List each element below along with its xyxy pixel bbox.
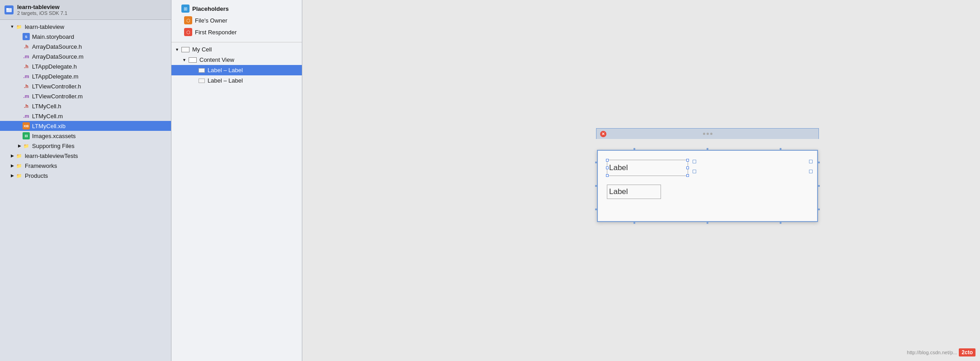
label-2-text: Label (609, 187, 628, 196)
handle-tr[interactable] (686, 159, 689, 162)
handle-bottom (598, 222, 817, 224)
tree-label-ltviewcontroller-m: LTViewController.m (32, 93, 83, 100)
files-owner-icon: ⬡ (184, 16, 192, 24)
arrow-label-2 (192, 77, 199, 84)
project-name: learn-tableview (17, 4, 67, 10)
tree-label-root: learn-tableview (25, 23, 64, 30)
mid-handle-2[interactable] (693, 170, 696, 173)
dot-1 (703, 133, 705, 135)
tree-item-arraydatasource-h[interactable]: .h ArrayDataSource.h (0, 42, 171, 51)
arrow-content-view: ▼ (182, 58, 189, 62)
file-navigator: learn-tableview 2 targets, iOS SDK 7.1 ▼… (0, 0, 171, 361)
handle-br[interactable] (686, 174, 689, 177)
h-icon-3: .h (23, 83, 30, 90)
handle-left (595, 151, 597, 221)
arrow-my-cell: ▼ (175, 47, 181, 52)
center-handles (693, 160, 696, 173)
handle-tl[interactable] (606, 159, 609, 162)
tree-item-products[interactable]: ▶ 📁 Products (0, 171, 171, 180)
tree-label-ltappdelegate-h: LTAppDelegate.h (32, 63, 77, 70)
ib-label-1[interactable]: Label – Label (171, 65, 302, 75)
cell-wrapper: ✕ (597, 139, 818, 222)
handle-right (818, 151, 820, 221)
arrow-storyboard (16, 33, 23, 40)
handle-mr[interactable] (686, 167, 689, 169)
ib-files-owner[interactable]: ⬡ File's Owner (171, 14, 302, 26)
placeholders-icon: ⊞ (181, 5, 190, 13)
tree-label-arraydatasource-m: ArrayDataSource.m (32, 53, 83, 60)
right-edge-handles (809, 160, 813, 173)
project-icon (5, 5, 14, 14)
cell-container: Label Label (597, 150, 818, 222)
arrow-root: ▼ (9, 23, 15, 30)
m-icon-3: .m (23, 93, 30, 100)
tree-item-images-xcassets[interactable]: 🖼 Images.xcassets (0, 131, 171, 141)
ib-tree-panel: ⊞ Placeholders ⬡ File's Owner ⬡ First Re… (171, 0, 302, 361)
folder-icon-3: 📁 (15, 152, 23, 159)
tree-item-root[interactable]: ▼ 📁 learn-tableview (0, 22, 171, 32)
ib-my-cell[interactable]: ▼ My Cell (171, 44, 302, 55)
m-icon-1: .m (23, 53, 30, 60)
close-button[interactable]: ✕ (600, 131, 606, 137)
titlebar-dots (703, 133, 712, 135)
tree-label-frameworks: Frameworks (25, 162, 57, 169)
arrow-spacer (175, 5, 181, 12)
label-1-text: Label (609, 163, 628, 172)
tree-item-tests[interactable]: ▶ 📁 learn-tableviewTests (0, 151, 171, 161)
tree-item-ltviewcontroller-h[interactable]: .h LTViewController.h (0, 81, 171, 91)
storyboard-icon: S (23, 33, 30, 40)
tree-item-supporting-files[interactable]: ▶ 📁 Supporting Files (0, 141, 171, 151)
tree-label-ltviewcontroller-h: LTViewController.h (32, 83, 81, 90)
ib-label-2[interactable]: Label – Label (171, 75, 302, 86)
watermark: http://blog.csdn.net/p... 2cto (907, 348, 975, 356)
dot-3 (710, 133, 712, 135)
cell-icon (181, 47, 190, 52)
ib-my-cell-label: My Cell (192, 46, 212, 53)
label-icon-1 (199, 68, 205, 73)
tree-label-arraydatasource-h: ArrayDataSource.h (32, 43, 82, 50)
xib-icon: XIB (23, 122, 30, 130)
ib-label-1-label: Label – Label (208, 67, 243, 74)
ib-first-responder[interactable]: ⬡ First Responder (171, 26, 302, 38)
tree-item-main-storyboard[interactable]: S Main.storyboard (0, 32, 171, 42)
handle-ml[interactable] (606, 167, 609, 169)
folder-icon: 📁 (15, 23, 23, 30)
tree-item-ltmycell-h[interactable]: .h LTMyCell.h (0, 101, 171, 111)
project-info: learn-tableview 2 targets, iOS SDK 7.1 (17, 4, 67, 16)
label-icon-2 (199, 79, 205, 83)
tree-item-ltmycell-xib[interactable]: XIB LTMyCell.xib (0, 121, 171, 131)
file-tree: ▼ 📁 learn-tableview S Main.storyboard .h… (0, 20, 171, 361)
h-icon-2: .h (23, 63, 30, 70)
folder-icon-5: 📁 (15, 172, 23, 179)
ib-label-2-label: Label – Label (208, 77, 243, 84)
tree-label-products: Products (25, 172, 48, 179)
right-handle-2[interactable] (809, 170, 813, 173)
tree-item-ltappdelegate-h[interactable]: .h LTAppDelegate.h (0, 61, 171, 71)
ib-tree: ⊞ Placeholders ⬡ File's Owner ⬡ First Re… (171, 0, 302, 88)
h-icon-4: .h (23, 102, 30, 110)
mid-handle-1[interactable] (693, 160, 696, 163)
ib-content-view[interactable]: ▼ Content View (171, 55, 302, 65)
project-header[interactable]: learn-tableview 2 targets, iOS SDK 7.1 (0, 0, 171, 20)
tree-label-storyboard: Main.storyboard (32, 33, 74, 40)
ib-files-owner-label: File's Owner (195, 17, 227, 24)
divider (171, 40, 302, 42)
right-handle-1[interactable] (809, 160, 813, 163)
tree-item-ltviewcontroller-m[interactable]: .m LTViewController.m (0, 91, 171, 101)
tree-label-ltmycell-m: LTMyCell.m (32, 113, 63, 120)
tree-label-supporting-files: Supporting Files (32, 143, 74, 149)
tree-item-frameworks[interactable]: ▶ 📁 Frameworks (0, 161, 171, 171)
tree-item-arraydatasource-m[interactable]: .m ArrayDataSource.m (0, 51, 171, 61)
tree-item-ltmycell-m[interactable]: .m LTMyCell.m (0, 111, 171, 121)
handle-bl[interactable] (606, 174, 609, 177)
tree-label-ltmycell-h: LTMyCell.h (32, 103, 61, 110)
xib-canvas: ✕ (597, 139, 818, 222)
dot-2 (707, 133, 709, 135)
tree-item-ltappdelegate-m[interactable]: .m LTAppDelegate.m (0, 71, 171, 81)
label-element-1-wrapper: Label (607, 160, 688, 176)
handle-top (598, 148, 817, 150)
folder-icon-4: 📁 (15, 162, 23, 169)
label-element-2[interactable]: Label (607, 185, 661, 199)
label-element-1[interactable]: Label (607, 160, 688, 176)
m-icon-4: .m (23, 112, 30, 120)
